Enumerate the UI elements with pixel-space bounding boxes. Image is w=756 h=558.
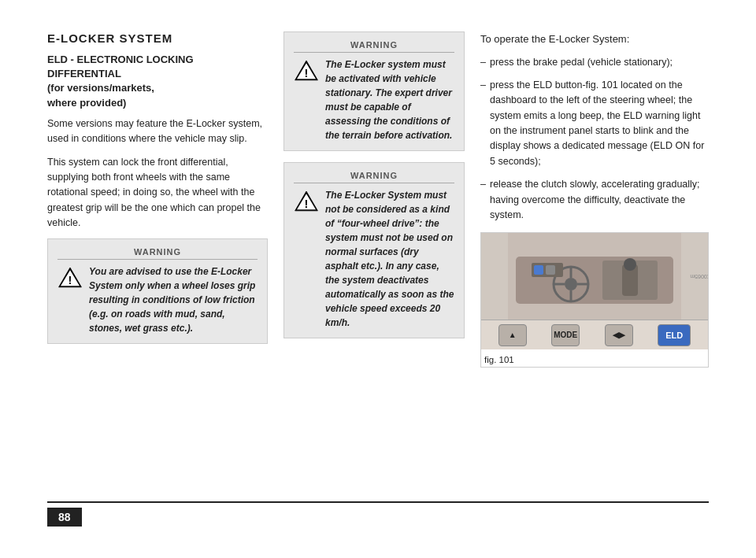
warning-text-2: The E-Locker system must be activated wi…	[325, 57, 454, 142]
page-number: 88	[47, 508, 82, 527]
instructions-title: To operate the E-Locker System:	[480, 31, 709, 47]
figure-area: F0X0065m ▲ MODE ◀▶ ELD fig. 101	[480, 232, 709, 368]
warning-triangle-icon-3: !	[294, 188, 319, 213]
figure-image: F0X0065m	[481, 233, 708, 320]
svg-point-19	[624, 258, 636, 271]
figure-caption: fig. 101	[481, 353, 708, 367]
watermark-text: F0X0065m	[690, 274, 708, 279]
col-right: To operate the E-Locker System: press th…	[480, 31, 709, 495]
svg-text:!: !	[305, 198, 309, 210]
btn-arrows: ◀▶	[605, 324, 633, 346]
svg-text:!: !	[305, 67, 309, 79]
page-title: E-LOCKER SYSTEM	[47, 31, 268, 45]
warning-box-2: WARNING ! The E-Locker system must be ac…	[284, 31, 465, 151]
content-area: E-LOCKER SYSTEM ELD - ELECTRONIC LOCKING…	[47, 31, 709, 495]
warning-label-2: WARNING	[294, 40, 454, 53]
col-middle: WARNING ! The E-Locker system must be ac…	[284, 31, 465, 495]
warning-label-1: WARNING	[57, 247, 258, 260]
warning-label-3: WARNING	[294, 171, 454, 183]
instruction-item-1: press the brake pedal (vehicle stationar…	[480, 55, 709, 70]
page: E-LOCKER SYSTEM ELD - ELECTRONIC LOCKING…	[0, 0, 756, 558]
instruction-item-3: release the clutch slowly, accelerating …	[480, 177, 709, 223]
figure-buttons-row: ▲ MODE ◀▶ ELD	[481, 320, 708, 349]
svg-rect-21	[534, 265, 543, 275]
warning-content-1: ! You are advised to use the E-Locker Sy…	[57, 264, 258, 335]
page-footer: 88	[47, 501, 709, 527]
btn-eld: ELD	[658, 324, 691, 346]
btn-mode: MODE	[551, 324, 580, 346]
footer-line	[82, 516, 709, 518]
warning-triangle-icon-1: !	[57, 264, 83, 290]
svg-text:!: !	[69, 274, 72, 286]
warning-content-2: ! The E-Locker system must be activated …	[294, 57, 454, 142]
warning-content-3: ! The E-Locker System must not be consid…	[294, 188, 454, 330]
svg-rect-22	[546, 265, 555, 275]
svg-point-12	[565, 278, 577, 290]
warning-text-1: You are advised to use the E-Locker Syst…	[89, 264, 258, 335]
body-text-1: Some versions may feature the E-Locker s…	[47, 116, 268, 147]
body-text-2: This system can lock the front different…	[47, 155, 268, 231]
subtitle: ELD - ELECTRONIC LOCKING DIFFERENTIAL(fo…	[47, 53, 268, 110]
warning-box-1: WARNING ! You are advised to use the E-L…	[47, 238, 268, 344]
car-interior-svg	[481, 233, 708, 320]
warning-text-3: The E-Locker System must not be consider…	[325, 188, 454, 330]
col-left: E-LOCKER SYSTEM ELD - ELECTRONIC LOCKING…	[47, 31, 268, 495]
instruction-item-2: press the ELD button-fig. 101 located on…	[480, 78, 709, 169]
warning-box-3: WARNING ! The E-Locker System must not b…	[284, 162, 465, 338]
btn-triangle: ▲	[498, 324, 527, 346]
warning-triangle-icon-2: !	[294, 57, 319, 83]
